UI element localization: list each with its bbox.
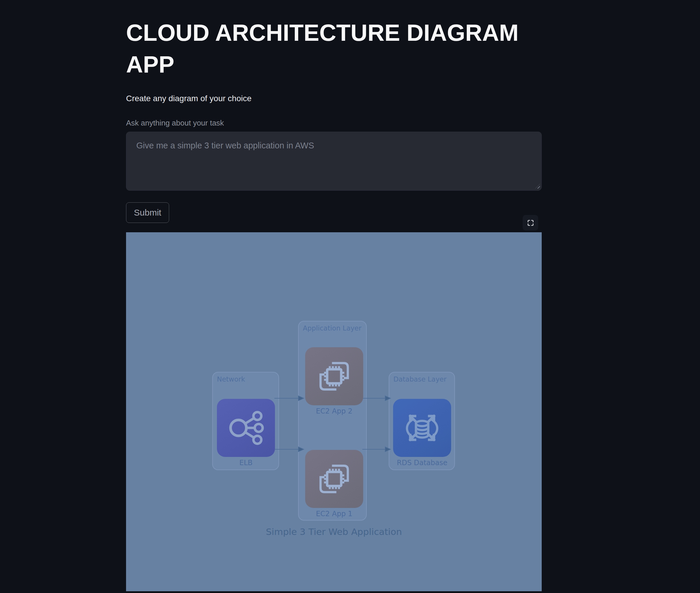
edge-ec2app1-rds-arrowhead	[385, 447, 390, 452]
node-rds-database-label: RDS Database	[375, 459, 469, 467]
prompt-input[interactable]	[126, 132, 542, 191]
edge-ec2app2-rds-arrowhead	[385, 396, 390, 401]
rds-database-icon	[400, 406, 444, 450]
submit-button[interactable]: Submit	[126, 202, 169, 223]
app-page: CLOUD ARCHITECTURE DIAGRAM APP Create an…	[0, 0, 700, 593]
diagram-canvas[interactable]: Network Application Layer Database Layer	[126, 232, 542, 591]
page-title: CLOUD ARCHITECTURE DIAGRAM APP	[126, 17, 542, 80]
edge-elb-ec2app2-arrowhead	[298, 396, 304, 401]
diagram-viewer: Network Application Layer Database Layer	[126, 232, 542, 591]
elastic-load-balancer-icon	[224, 406, 268, 450]
fullscreen-button[interactable]	[523, 215, 538, 231]
node-rds-database	[393, 399, 451, 457]
page-subtitle: Create any diagram of your choice	[126, 94, 542, 103]
fullscreen-expand-icon	[527, 219, 534, 227]
prompt-field	[126, 132, 542, 191]
node-ec2-app-2-label: EC2 App 2	[287, 407, 381, 415]
prompt-label: Ask anything about your task	[126, 118, 542, 127]
node-ec2-app-1-label: EC2 App 1	[287, 510, 381, 518]
ec2-instance-icon	[312, 457, 356, 501]
node-ec2-app-2	[305, 347, 363, 405]
main-column: CLOUD ARCHITECTURE DIAGRAM APP Create an…	[0, 0, 542, 591]
node-ec2-app-1	[305, 450, 363, 508]
ec2-instance-icon	[312, 354, 356, 398]
diagram-caption: Simple 3 Tier Web Application	[126, 526, 542, 537]
node-elb	[217, 399, 275, 457]
node-elb-label: ELB	[199, 459, 293, 467]
edge-elb-ec2app1-arrowhead	[298, 447, 304, 452]
